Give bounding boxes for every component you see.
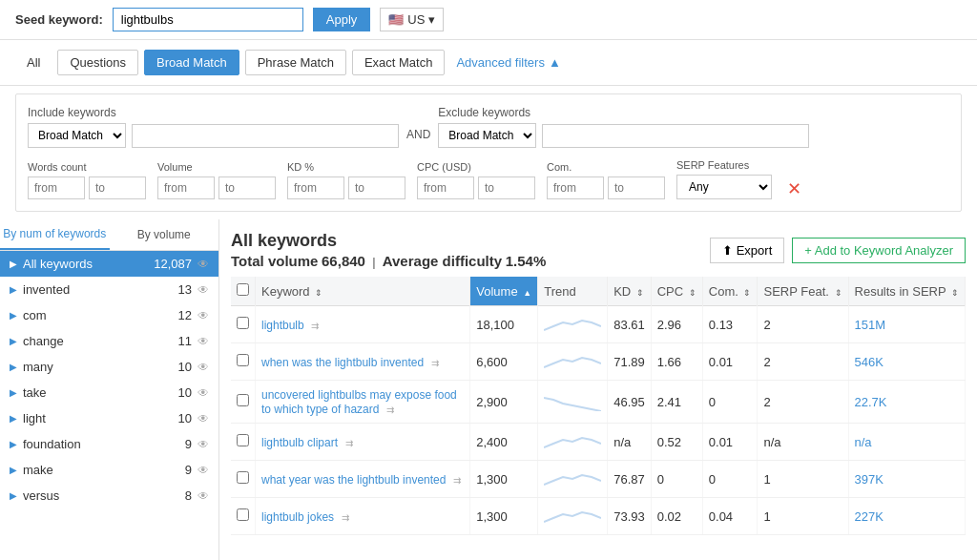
tab-questions[interactable]: Questions [57,50,138,75]
eye-icon[interactable]: 👁 [197,258,209,271]
sidebar-item-count: 10 [178,360,192,374]
select-all-checkbox[interactable] [237,283,249,296]
results-link[interactable]: 227K [855,509,883,524]
com-from[interactable] [547,176,604,199]
row-checkbox-cell[interactable] [231,381,256,424]
seed-keyword-input[interactable] [113,8,303,31]
sidebar-item-foundation[interactable]: ▶ foundation 9 👁 [0,431,218,457]
include-match-select[interactable]: Broad Match [28,123,126,148]
cpc-from[interactable] [417,176,474,199]
add-to-keyword-analyzer-button[interactable]: + Add to Keyword Analyzer [792,238,966,263]
chevron-right-icon: ▶ [10,259,17,269]
com-column-header[interactable]: Com. ⇕ [702,277,758,306]
keyword-link[interactable]: when was the lightbulb invented [261,356,424,369]
serp-features-select[interactable]: Any [676,175,772,199]
keyword-link[interactable]: lightbulb jokes [261,510,334,524]
chevron-right-icon: ▶ [10,439,17,449]
trend-cell [538,498,608,535]
clear-filters-button[interactable]: ✕ [783,178,805,199]
kd-from[interactable] [287,176,344,199]
com-to[interactable] [608,176,665,199]
row-checkbox-cell[interactable] [231,461,256,498]
sidebar-item-light[interactable]: ▶ light 10 👁 [0,405,218,431]
row-checkbox[interactable] [237,508,249,521]
trend-cell [538,424,608,461]
sidebar-item-label: many [23,360,178,374]
results-link[interactable]: 151M [855,318,886,332]
results-in-serp-cell: 151M [848,306,965,343]
words-count-from[interactable] [28,176,85,199]
volume-cell: 1,300 [470,498,538,535]
keyword-link[interactable]: what year was the lightbulb invented [261,473,446,487]
eye-icon[interactable]: 👁 [197,283,209,297]
tab-exact-match[interactable]: Exact Match [352,50,446,75]
row-checkbox-cell[interactable] [231,306,256,343]
results-link[interactable]: 546K [855,355,883,369]
eye-icon[interactable]: 👁 [197,464,209,477]
country-selector[interactable]: 🇺🇸 US ▾ [380,8,444,31]
results-link[interactable]: 397K [855,472,883,487]
com-cell: 0.01 [702,424,758,461]
eye-icon[interactable]: 👁 [197,335,209,348]
table-row: when was the lightbulb invented ⇉ 6,600 … [231,343,966,381]
sidebar-item-invented[interactable]: ▶ invented 13 👁 [0,277,218,302]
results-sort-icon: ⇕ [951,288,959,298]
volume-to[interactable] [218,176,276,199]
kd-column-header[interactable]: KD ⇕ [608,277,652,306]
row-checkbox[interactable] [237,317,249,329]
row-checkbox-cell[interactable] [231,424,256,461]
eye-icon[interactable]: 👁 [197,386,209,400]
results-in-serp-cell: n/a [848,424,965,461]
export-button[interactable]: ⬆ Export [710,238,785,263]
keyword-icon: ⇉ [386,404,394,415]
select-all-header[interactable] [231,277,256,306]
sidebar-item-versus[interactable]: ▶ versus 8 👁 [0,483,218,508]
serp-feat-column-header[interactable]: SERP Feat. ⇕ [758,277,848,306]
eye-icon[interactable]: 👁 [197,438,209,451]
volume-column-header[interactable]: Volume ▲ [470,277,538,306]
row-checkbox[interactable] [237,434,249,446]
eye-icon[interactable]: 👁 [197,361,209,374]
cpc-column-header[interactable]: CPC ⇕ [651,277,702,306]
sidebar-item-com[interactable]: ▶ com 12 👁 [0,302,218,328]
advanced-filters-toggle[interactable]: Advanced filters ▲ [456,55,560,70]
sidebar-item-all-keywords[interactable]: ▶ All keywords 12,087 👁 [0,251,218,277]
keyword-column-header[interactable]: Keyword ⇕ [256,277,470,306]
results-link[interactable]: n/a [855,435,872,449]
serp-feat-cell: 2 [758,381,848,424]
keyword-cell: lightbulb clipart ⇉ [256,424,470,461]
exclude-match-select[interactable]: Broad Match [438,123,536,148]
results-in-serp-column-header[interactable]: Results in SERP ⇕ [848,277,965,306]
include-keywords-input[interactable] [132,124,399,148]
tab-all[interactable]: All [15,51,52,74]
eye-icon[interactable]: 👁 [197,309,209,322]
sidebar-tab-by-num[interactable]: By num of keywords [0,219,110,250]
apply-button[interactable]: Apply [313,8,371,31]
serp-feat-cell: 1 [758,498,848,535]
words-count-to[interactable] [89,176,146,199]
row-checkbox-cell[interactable] [231,498,256,535]
cpc-label: CPC (USD) [417,161,535,173]
keyword-link[interactable]: lightbulb [261,319,304,332]
volume-from[interactable] [157,176,215,199]
row-checkbox[interactable] [237,394,249,406]
keyword-link[interactable]: lightbulb clipart [261,436,338,449]
kd-cell: 83.61 [608,306,652,343]
exclude-keywords-input[interactable] [542,124,809,148]
row-checkbox[interactable] [237,471,249,484]
sidebar-tab-by-volume[interactable]: By volume [110,219,219,250]
kd-to[interactable] [348,176,405,199]
tab-broad-match[interactable]: Broad Match [144,50,239,75]
tab-phrase-match[interactable]: Phrase Match [245,50,346,75]
row-checkbox-cell[interactable] [231,343,256,381]
results-link[interactable]: 22.7K [855,395,887,409]
row-checkbox[interactable] [237,354,249,366]
sidebar-item-make[interactable]: ▶ make 9 👁 [0,457,218,483]
eye-icon[interactable]: 👁 [197,412,209,425]
cpc-to[interactable] [478,176,535,199]
keyword-link[interactable]: uncovered lightbulbs may expose food to … [261,388,457,416]
sidebar-item-take[interactable]: ▶ take 10 👁 [0,380,218,405]
sidebar-item-many[interactable]: ▶ many 10 👁 [0,354,218,380]
sidebar-item-change[interactable]: ▶ change 11 👁 [0,328,218,354]
eye-icon[interactable]: 👁 [197,489,209,503]
